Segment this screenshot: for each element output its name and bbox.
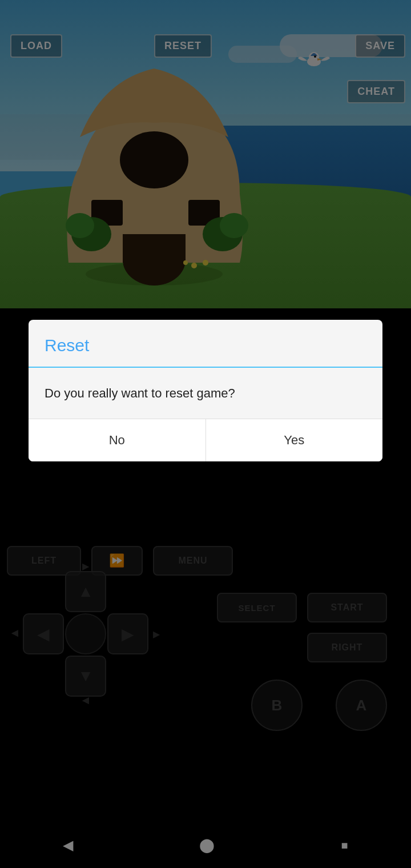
- dialog-overlay: Reset Do you really want to reset game? …: [0, 0, 411, 868]
- dialog-title: Reset: [45, 336, 89, 355]
- dialog-title-area: Reset: [29, 320, 382, 368]
- dialog-yes-button[interactable]: Yes: [206, 419, 383, 461]
- dialog-message: Do you really want to reset game?: [45, 386, 235, 400]
- dialog-no-button[interactable]: No: [29, 419, 206, 461]
- dialog-body: Do you really want to reset game?: [29, 368, 382, 419]
- reset-dialog: Reset Do you really want to reset game? …: [29, 320, 382, 461]
- dialog-actions: No Yes: [29, 419, 382, 461]
